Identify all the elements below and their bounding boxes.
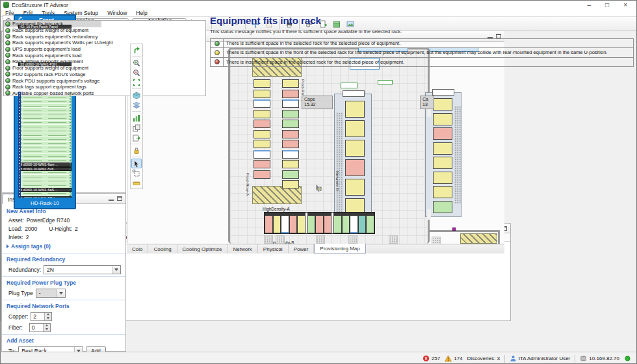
section-heading: Add Asset (2, 336, 125, 345)
check-detail-description: This status message notifies you if ther… (210, 29, 634, 34)
cube-tool-button[interactable] (131, 90, 142, 100)
status-sphere-icon (5, 53, 10, 58)
maximize-panel-icon[interactable] (117, 196, 122, 201)
expand-icon (6, 244, 9, 248)
toolbar-separator (132, 111, 141, 112)
fit-icon (133, 79, 140, 86)
layers-tool-button[interactable] (131, 100, 142, 110)
cursor-tool-button[interactable] (131, 159, 142, 168)
statusbar-chip: 10.169.82.70 (580, 355, 619, 362)
status-sphere-icon (5, 28, 10, 33)
status-sphere-icon (5, 40, 10, 46)
menu-item-window[interactable]: Window (103, 10, 131, 16)
check-item-label: Available copper-based network ports (12, 90, 94, 96)
lock-tool-button[interactable] (131, 146, 142, 155)
rack-equipment[interactable]: 42: 16 Port Patch Panel (18, 25, 72, 29)
statusbar-label: 174 (454, 356, 462, 361)
status-sphere-icon (5, 78, 10, 83)
legend-row: There is sufficient space in the selecte… (211, 39, 633, 47)
cursor-icon (133, 160, 140, 168)
statusbar-warning[interactable]: 174 (445, 355, 462, 362)
copper-stepper[interactable]: 2 (31, 312, 52, 321)
statusbar-label: 257 (432, 356, 440, 361)
check-item-rack-supports-equipment-s-watts-per-u-height[interactable]: Rack supports equipment's Watts per U-he… (4, 40, 205, 46)
stepper-arrows[interactable] (44, 313, 51, 320)
copper-label: Copper: (8, 313, 28, 320)
installation-requirements-body: New Asset Info Asset:PowerEdge R740 Load… (2, 204, 125, 364)
statusbar-label: 10.169.82.70 (589, 356, 619, 361)
minimize-panel-icon[interactable] (109, 196, 114, 201)
check-item-pdu-supports-rack-pdu-s-voltage[interactable]: PDU supports rack PDU's voltage (4, 72, 205, 78)
check-item-available-copper-based-network-ports[interactable]: Available copper-based network ports (4, 90, 205, 96)
polygon-icon (133, 170, 140, 177)
menu-item-help[interactable]: Help (131, 10, 151, 16)
statusbar-label: Discoveries: 3 (467, 356, 500, 361)
assign-tags-toggle[interactable]: Assign tags (0) (2, 241, 125, 252)
legend-icon-cell (211, 58, 224, 66)
status-sphere-icon (5, 72, 10, 77)
check-item-label: PDU supports rack PDU's voltage (12, 72, 85, 77)
ruler-icon (133, 179, 140, 187)
zoom-in-tool-button[interactable] (131, 58, 142, 68)
status-sphere-icon (214, 41, 220, 46)
load-label: Load: (8, 226, 22, 232)
asset-value: PowerEdge R740 (27, 217, 70, 224)
rack-equipment[interactable]: 3 dl360-10-WM1-6aS… (18, 188, 72, 192)
back-icon (133, 46, 140, 54)
legend-icon-cell (211, 39, 224, 47)
tab-label: Cooling (153, 246, 171, 252)
copy-tool-button[interactable] (131, 123, 142, 133)
close-button[interactable]: × (623, 1, 627, 8)
statusbar-discoveries-3[interactable]: Discoveries: 3 (467, 356, 500, 361)
statusbar-separator (504, 355, 505, 363)
required-network-ports-section: Required Network Ports Copper: 2 Fiber: … (2, 300, 125, 334)
title-bar: EcoStruxure IT Advisor – □ × (1, 1, 636, 9)
statusbar-error[interactable]: 257 (422, 355, 440, 362)
back-tool-button[interactable] (131, 45, 142, 55)
layer-tab-cooling[interactable]: Cooling (148, 244, 177, 254)
status-sphere-icon (214, 50, 220, 55)
ruler-tool-button[interactable] (131, 178, 142, 188)
check-item-rack-supports-equipment-s-load[interactable]: Rack supports equipment's load (4, 52, 205, 58)
chevron-down-icon (112, 266, 120, 274)
warning-icon (445, 355, 452, 362)
rack-rail-right (69, 92, 72, 198)
check-item-rack-supports-equipment-s-redundancy[interactable]: Rack supports equipment's redundancy (4, 33, 205, 40)
polygon-tool-button[interactable] (131, 168, 142, 178)
layer-tab-colo[interactable]: Colo (127, 244, 148, 254)
fit-tool-button[interactable] (131, 77, 142, 87)
redundancy-select[interactable]: 2N (44, 265, 121, 274)
maximize-button[interactable]: □ (605, 1, 609, 8)
status-sphere-icon (5, 59, 10, 64)
plug-type-label: Plug Type (8, 290, 33, 296)
rack-equipment[interactable]: 1 dl360-10-WM1-5Rd… (18, 196, 72, 198)
rack-equipment[interactable]: 33 dl360-10-WM1-F3H… (18, 62, 72, 66)
capacity-tooltip: Cape15.32 (302, 96, 333, 109)
legend-text: There is insufficient space in the selec… (224, 58, 407, 66)
plug-type-select[interactable]: - (36, 289, 66, 298)
status-sphere-icon (5, 84, 10, 90)
status-bar: 257174Discoveries: 3ITA Administrator Us… (1, 352, 636, 364)
status-sphere-icon (5, 66, 10, 71)
app-icon (3, 2, 9, 8)
rack-equipment[interactable]: 8 dl360-10-WM1-5yK… (18, 167, 72, 171)
check-item-ups-supports-equipment-s-load[interactable]: UPS supports equipment's load (4, 46, 205, 53)
legend-text: There is sufficient space in the front o… (224, 48, 610, 57)
stepper-arrows[interactable] (43, 324, 50, 332)
fiber-stepper[interactable]: 0 (29, 323, 51, 332)
drag-cursor (313, 183, 324, 195)
installation-requirements-panel: Installation Requirements New Asset Info… (1, 193, 126, 352)
minimize-button[interactable]: – (588, 1, 592, 8)
map-toolbar (130, 44, 143, 189)
toolbar-separator (132, 56, 141, 57)
check-detail-panel: Equipment fits into rack This status mes… (210, 15, 634, 362)
check-item-rack-tags-support-equipment-tags[interactable]: Rack tags support equipment tags (4, 84, 205, 90)
export-tool-button[interactable] (131, 133, 142, 142)
tab-label: Colo (132, 246, 142, 252)
columns-tool-button[interactable] (131, 113, 142, 123)
check-item-label: Rack supports equipment's Watts per U-he… (12, 40, 113, 46)
asset-label: Asset: (8, 217, 24, 224)
zoom-out-tool-button[interactable] (131, 68, 142, 77)
panel-window-buttons (109, 194, 125, 203)
check-item-rack-pdu-supports-equipment-s-voltage[interactable]: Rack PDU supports equipment's voltage (4, 77, 205, 84)
